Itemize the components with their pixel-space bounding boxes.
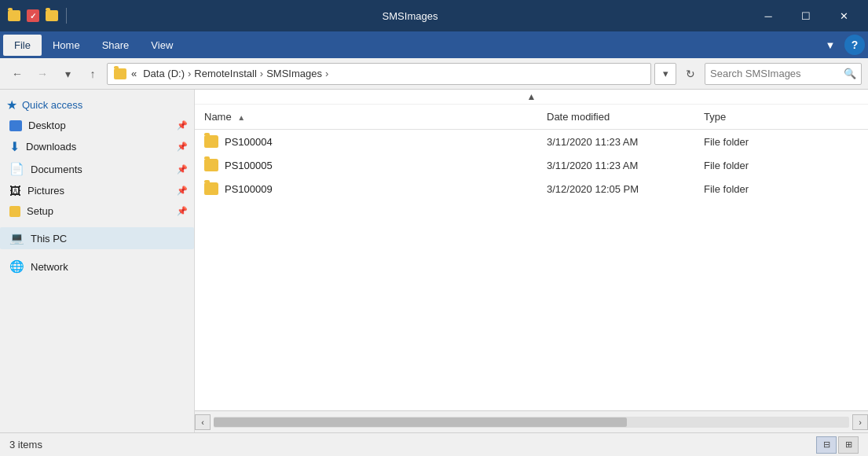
sort-arrow-icon: ▲ <box>237 113 245 122</box>
downloads-icon: ⬇ <box>9 139 20 154</box>
path-part-1: « <box>131 68 137 79</box>
address-bar: ← → ▾ ↑ « Data (D:) › RemoteInstall › SM… <box>0 58 868 90</box>
pictures-label: Pictures <box>27 185 64 197</box>
documents-pin-icon: 📌 <box>177 164 188 175</box>
path-folder-icon <box>114 68 126 79</box>
up-arrow-row[interactable]: ▲ <box>195 90 868 105</box>
content-area: ▲ Name ▲ Date modified Type PS100004 3/1 <box>195 90 868 432</box>
address-path[interactable]: « Data (D:) › RemoteInstall › SMSImages … <box>107 63 651 85</box>
back-button[interactable]: ← <box>6 63 28 85</box>
status-bar: 3 items ⊟ ⊞ <box>0 432 868 456</box>
desktop-label: Desktop <box>28 120 66 131</box>
app-icon-1 <box>6 8 22 24</box>
scrollbar-thumb[interactable] <box>214 417 627 427</box>
thispc-label: This PC <box>31 233 67 245</box>
file-name-0: PS100004 <box>195 134 540 149</box>
view-buttons: ⊟ ⊞ <box>816 436 859 454</box>
search-icon[interactable]: 🔍 <box>844 68 856 79</box>
network-icon: 🌐 <box>9 259 24 274</box>
col-type-header[interactable]: Type <box>698 108 868 126</box>
file-type-1: File folder <box>698 158 868 173</box>
setup-pin-icon: 📌 <box>177 206 188 216</box>
file-folder-icon-0 <box>204 135 218 148</box>
horizontal-scrollbar[interactable] <box>214 417 849 428</box>
file-row-0[interactable]: PS100004 3/11/2020 11:23 AM File folder <box>195 130 868 153</box>
setup-folder-icon <box>9 206 20 217</box>
file-name-1: PS100005 <box>195 157 540 173</box>
col-date-header[interactable]: Date modified <box>540 108 698 126</box>
list-view-icon: ⊞ <box>845 439 852 450</box>
thispc-icon: 💻 <box>9 231 24 245</box>
refresh-button[interactable]: ↻ <box>679 63 701 85</box>
file-type-2: File folder <box>698 182 868 197</box>
downloads-label: Downloads <box>26 141 76 153</box>
sidebar-item-documents[interactable]: 📄 Documents 📌 <box>0 158 194 180</box>
menu-tab-file[interactable]: File <box>3 35 42 56</box>
search-input[interactable] <box>710 68 844 79</box>
maximize-button[interactable]: ☐ <box>788 4 824 28</box>
window-title: SMSImages <box>70 10 750 22</box>
title-bar: ✓ SMSImages ─ ☐ ✕ <box>0 0 868 31</box>
file-name-2: PS100009 <box>195 181 540 197</box>
app-icon-3 <box>44 8 60 24</box>
desktop-pin-icon: 📌 <box>177 120 188 131</box>
horizontal-scrollbar-area: ‹ › <box>195 410 868 432</box>
sidebar: ★ Quick access Desktop 📌 ⬇ Downloads 📌 📄… <box>0 90 195 432</box>
desktop-icon <box>9 120 22 131</box>
menu-tab-share[interactable]: Share <box>91 35 141 56</box>
sidebar-item-thispc[interactable]: 💻 This PC <box>0 227 194 249</box>
help-button[interactable]: ? <box>844 35 865 55</box>
file-date-0: 3/11/2020 11:23 AM <box>540 134 698 149</box>
app-icon-2: ✓ <box>25 8 41 24</box>
detail-view-icon: ⊟ <box>823 439 830 450</box>
quick-access-label: Quick access <box>22 99 82 111</box>
search-box[interactable]: 🔍 <box>705 63 862 85</box>
status-item-count: 3 items <box>9 439 42 450</box>
up-button[interactable]: ↑ <box>82 63 104 85</box>
path-drive: Data (D:) <box>143 68 185 79</box>
downloads-pin-icon: 📌 <box>177 142 188 152</box>
path-smsimages: SMSImages <box>266 68 322 79</box>
ribbon-collapse-button[interactable]: ▼ <box>819 34 841 56</box>
pictures-icon: 🖼 <box>9 184 21 197</box>
titlebar-icons: ✓ <box>6 8 70 24</box>
address-dropdown-button[interactable]: ▾ <box>654 63 676 85</box>
file-type-0: File folder <box>698 134 868 149</box>
detail-view-button[interactable]: ⊟ <box>816 436 837 454</box>
recent-locations-button[interactable]: ▾ <box>57 63 79 85</box>
network-label: Network <box>31 261 68 273</box>
column-header: Name ▲ Date modified Type <box>195 105 868 130</box>
sidebar-item-setup[interactable]: Setup 📌 <box>0 201 194 221</box>
quick-access-star-icon: ★ <box>6 97 17 112</box>
close-button[interactable]: ✕ <box>826 4 862 28</box>
menu-tab-home[interactable]: Home <box>42 35 91 56</box>
minimize-button[interactable]: ─ <box>750 4 786 28</box>
documents-icon: 📄 <box>9 162 24 176</box>
quick-access-header[interactable]: ★ Quick access <box>0 93 194 116</box>
file-date-2: 3/12/2020 12:05 PM <box>540 182 698 197</box>
col-name-header[interactable]: Name ▲ <box>195 108 540 126</box>
file-row-2[interactable]: PS100009 3/12/2020 12:05 PM File folder <box>195 177 868 200</box>
sidebar-item-pictures[interactable]: 🖼 Pictures 📌 <box>0 180 194 201</box>
setup-label: Setup <box>27 205 53 217</box>
up-arrow-icon: ▲ <box>527 91 537 102</box>
list-view-button[interactable]: ⊞ <box>838 436 859 454</box>
menu-tab-view[interactable]: View <box>140 35 184 56</box>
documents-label: Documents <box>31 164 82 175</box>
sidebar-item-network[interactable]: 🌐 Network <box>0 256 194 278</box>
main-area: ★ Quick access Desktop 📌 ⬇ Downloads 📌 📄… <box>0 90 868 432</box>
scroll-left-button[interactable]: ‹ <box>195 414 211 430</box>
pictures-pin-icon: 📌 <box>177 186 188 196</box>
forward-button[interactable]: → <box>31 63 53 85</box>
file-list[interactable]: PS100004 3/11/2020 11:23 AM File folder … <box>195 130 868 410</box>
path-remoteinstall: RemoteInstall <box>194 68 256 79</box>
window-controls: ─ ☐ ✕ <box>750 4 862 28</box>
file-date-1: 3/11/2020 11:23 AM <box>540 158 698 173</box>
menu-bar: File Home Share View ▼ ? <box>0 31 868 58</box>
file-folder-icon-2 <box>204 182 218 195</box>
file-folder-icon-1 <box>204 159 218 171</box>
sidebar-item-desktop[interactable]: Desktop 📌 <box>0 116 194 135</box>
sidebar-item-downloads[interactable]: ⬇ Downloads 📌 <box>0 135 194 158</box>
file-row-1[interactable]: PS100005 3/11/2020 11:23 AM File folder <box>195 153 868 177</box>
scroll-right-button[interactable]: › <box>852 414 868 430</box>
